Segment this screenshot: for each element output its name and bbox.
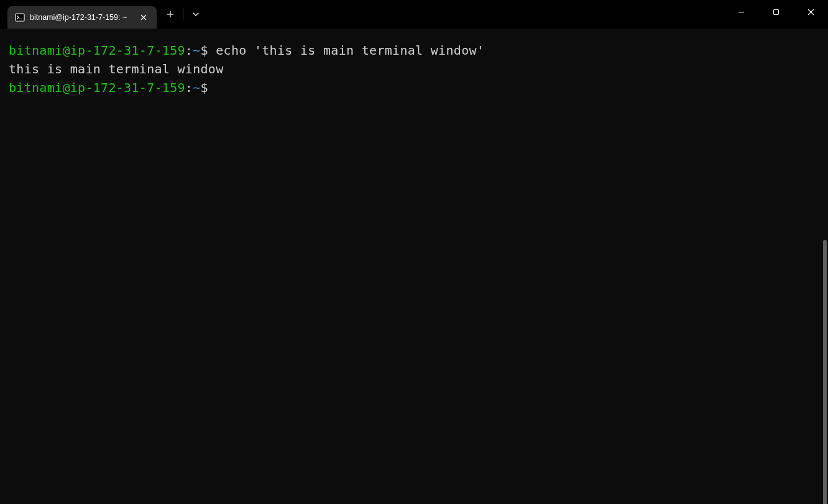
terminal-pane[interactable]: bitnami@ip-172-31-7-159:~$ echo 'this is… bbox=[0, 29, 828, 504]
maximize-icon bbox=[773, 9, 780, 16]
scrollbar-vertical[interactable] bbox=[823, 240, 827, 504]
prompt-path: ~ bbox=[193, 43, 200, 58]
tab-title: bitnami@ip-172-31-7-159: ~ bbox=[30, 13, 132, 22]
prompt-dollar: $ bbox=[201, 80, 216, 95]
minimize-icon bbox=[738, 9, 745, 16]
prompt-user-host: bitnami@ip-172-31-7-159 bbox=[9, 80, 185, 95]
tab-active[interactable]: bitnami@ip-172-31-7-159: ~ bbox=[7, 6, 157, 29]
svg-rect-7 bbox=[773, 9, 778, 14]
close-icon bbox=[140, 14, 147, 21]
new-tab-dropdown-button[interactable] bbox=[185, 4, 207, 24]
prompt-colon: : bbox=[185, 80, 193, 95]
terminal-content: bitnami@ip-172-31-7-159:~$ echo 'this is… bbox=[9, 41, 819, 499]
output-line: this is main terminal window bbox=[9, 62, 224, 76]
titlebar: bitnami@ip-172-31-7-159: ~ bbox=[0, 0, 828, 29]
tabs-region: bitnami@ip-172-31-7-159: ~ bbox=[7, 0, 157, 29]
prompt-colon: : bbox=[185, 43, 193, 58]
terminal-icon bbox=[15, 12, 25, 22]
maximize-button[interactable] bbox=[758, 0, 793, 24]
tabbar-divider bbox=[183, 8, 183, 21]
svg-rect-0 bbox=[16, 14, 24, 21]
command-text: echo 'this is main terminal window' bbox=[216, 43, 484, 58]
new-tab-button[interactable] bbox=[159, 4, 182, 24]
terminal-window: bitnami@ip-172-31-7-159: ~ bbox=[0, 0, 828, 504]
prompt-path: ~ bbox=[193, 80, 200, 95]
tabbar-buttons bbox=[157, 0, 207, 29]
titlebar-drag-region[interactable] bbox=[207, 0, 724, 29]
tab-close-button[interactable] bbox=[137, 11, 150, 24]
prompt-user-host: bitnami@ip-172-31-7-159 bbox=[9, 43, 185, 58]
chevron-down-icon bbox=[193, 12, 199, 16]
close-window-button[interactable] bbox=[793, 0, 828, 24]
prompt-dollar: $ bbox=[201, 43, 216, 58]
close-icon bbox=[807, 9, 814, 16]
plus-icon bbox=[167, 11, 174, 18]
minimize-button[interactable] bbox=[724, 0, 758, 24]
window-controls bbox=[724, 0, 828, 29]
